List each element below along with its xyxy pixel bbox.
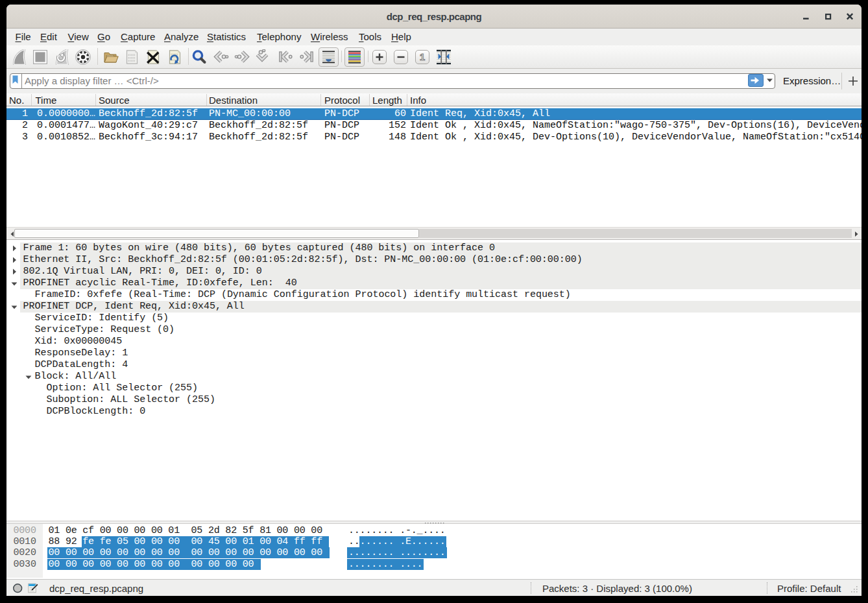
svg-text:1: 1 xyxy=(420,52,425,62)
